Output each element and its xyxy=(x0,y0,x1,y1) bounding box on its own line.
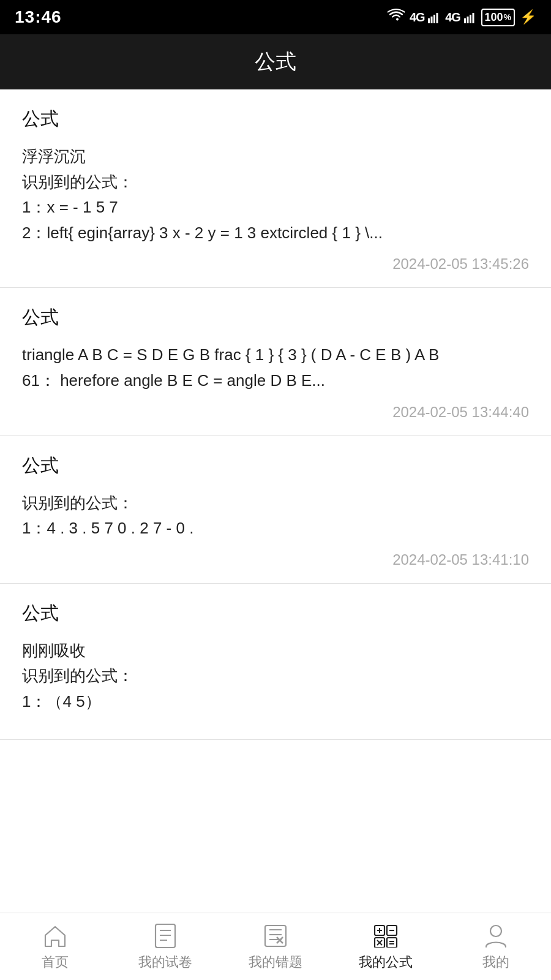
formula-card-2[interactable]: 公式 triangle A B C = S D E G B frac { 1 }… xyxy=(0,288,551,435)
formula-card-4[interactable]: 公式 刚刚吸收 识别到的公式： 1：（4 5） xyxy=(0,584,551,740)
formula-card-3-title: 公式 xyxy=(22,453,529,478)
formula-card-3-body: 识别到的公式： 1：4 . 3 . 5 7 0 . 2 7 - 0 . xyxy=(22,491,529,541)
tab-home[interactable]: 首页 xyxy=(0,922,110,971)
svg-point-29 xyxy=(490,925,501,937)
svg-rect-0 xyxy=(428,18,430,23)
charging-icon: ⚡ xyxy=(520,9,536,25)
page-title: 公式 xyxy=(255,50,296,73)
tab-bar: 首页 我的试卷 我的错题 xyxy=(0,913,551,980)
svg-rect-2 xyxy=(433,15,435,23)
tab-formulas-label: 我的公式 xyxy=(359,953,413,971)
tab-mistakes-label: 我的错题 xyxy=(249,953,302,971)
wifi-icon xyxy=(388,9,405,26)
signal-4g-1-icon: 4G xyxy=(410,10,440,24)
formula-card-3[interactable]: 公式 识别到的公式： 1：4 . 3 . 5 7 0 . 2 7 - 0 . 2… xyxy=(0,436,551,584)
svg-rect-21 xyxy=(387,938,397,948)
formula-card-1-title: 公式 xyxy=(22,107,529,132)
battery-icon: 100 % xyxy=(481,9,515,26)
status-icons: 4G 4G 100 % ⚡ xyxy=(388,9,536,26)
mistakes-icon xyxy=(262,922,289,949)
formula-card-4-title: 公式 xyxy=(22,601,529,626)
exams-icon xyxy=(152,922,179,949)
formulas-icon xyxy=(372,922,399,949)
tab-mistakes[interactable]: 我的错题 xyxy=(220,922,331,971)
svg-rect-3 xyxy=(437,13,438,23)
svg-rect-7 xyxy=(472,13,474,23)
status-bar: 13:46 4G 4G xyxy=(0,0,551,34)
svg-rect-5 xyxy=(467,17,468,23)
svg-rect-1 xyxy=(431,17,433,23)
formula-card-3-time: 2024-02-05 13:41:10 xyxy=(22,551,529,568)
app-header: 公式 xyxy=(0,34,551,89)
formula-card-2-body: triangle A B C = S D E G B frac { 1 } { … xyxy=(22,342,529,393)
tab-formulas[interactable]: 我的公式 xyxy=(331,922,441,971)
tab-home-label: 首页 xyxy=(42,953,69,971)
formula-card-2-time: 2024-02-05 13:44:40 xyxy=(22,404,529,421)
content-list: 公式 浮浮沉沉 识别到的公式： 1：x = - 1 5 7 2：left{ eg… xyxy=(0,89,551,913)
svg-rect-4 xyxy=(464,18,466,23)
formula-card-1-body: 浮浮沉沉 识别到的公式： 1：x = - 1 5 7 2：left{ egin{… xyxy=(22,144,529,246)
tab-exams[interactable]: 我的试卷 xyxy=(110,922,220,971)
formula-card-1[interactable]: 公式 浮浮沉沉 识别到的公式： 1：x = - 1 5 7 2：left{ eg… xyxy=(0,89,551,288)
formula-card-1-time: 2024-02-05 13:45:26 xyxy=(22,255,529,273)
tab-mine[interactable]: 我的 xyxy=(441,922,551,971)
home-icon xyxy=(42,922,69,949)
user-icon xyxy=(482,922,509,949)
signal-4g-2-icon: 4G xyxy=(445,10,476,24)
formula-card-4-body: 刚刚吸收 识别到的公式： 1：（4 5） xyxy=(22,638,529,715)
tab-mine-label: 我的 xyxy=(482,953,509,971)
tab-exams-label: 我的试卷 xyxy=(138,953,192,971)
formula-card-2-title: 公式 xyxy=(22,305,529,330)
status-time: 13:46 xyxy=(15,7,62,27)
svg-rect-6 xyxy=(470,15,471,23)
